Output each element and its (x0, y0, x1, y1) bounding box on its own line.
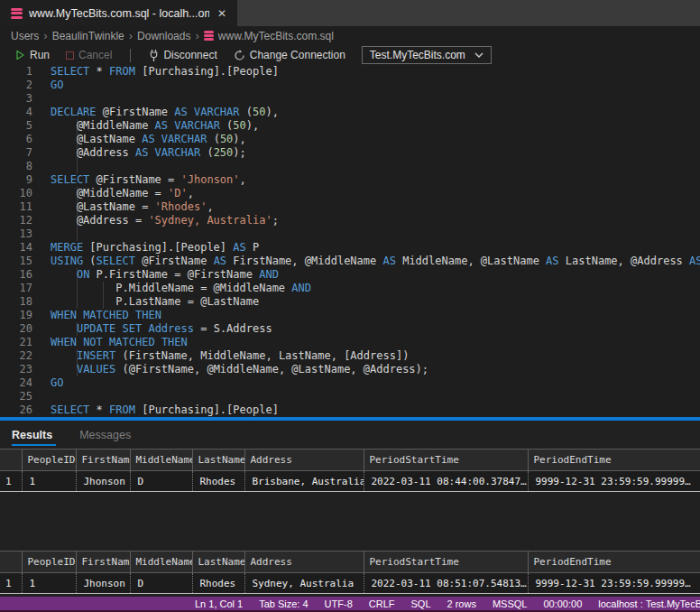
code-text: GO (51, 376, 63, 390)
result-cell[interactable]: D (130, 471, 192, 492)
code-line[interactable]: 20 UPDATE SET Address = S.Address (0, 322, 700, 336)
result-cell[interactable]: D (130, 573, 192, 594)
result-cell[interactable]: Sydney, Australia (244, 573, 364, 594)
result-cell[interactable]: 1 (22, 573, 76, 594)
results-gap (0, 492, 700, 551)
results-tab-messages[interactable]: Messages (79, 421, 131, 449)
results-tab-results[interactable]: Results (12, 421, 52, 449)
editor-tab-title: www.MyTecBits.com.sql - localh...om (sa) (29, 7, 209, 20)
code-line[interactable]: 8 (0, 160, 700, 173)
status-item[interactable]: MSSQL (484, 598, 536, 609)
code-line[interactable]: 5 @MiddleName AS VARCHAR (50), (0, 119, 700, 133)
run-icon (14, 50, 25, 60)
code-line[interactable]: 13 (0, 227, 700, 241)
code-line[interactable]: 17 P.MiddleName = @MiddleName AND (0, 282, 700, 295)
change-connection-button[interactable]: Change Connection (228, 46, 351, 64)
column-header[interactable]: PeriodStartTime (364, 552, 528, 573)
result-row[interactable]: 11JhonsonDRhodesBrisbane, Australia2022-… (0, 471, 700, 492)
code-text: DECLARE @FirstName AS VARCHAR (50), (51, 106, 279, 119)
code-line[interactable]: 26SELECT * FROM [Purchasing].[People] (0, 403, 700, 417)
status-item[interactable]: Tab Size: 4 (251, 598, 316, 609)
database-file-icon (204, 31, 214, 41)
code-line[interactable]: 21WHEN NOT MATCHED THEN (0, 336, 700, 349)
status-item[interactable]: UTF-8 (317, 598, 361, 609)
result-cell[interactable]: Rhodes (192, 573, 244, 594)
code-line[interactable]: 16 ON P.FirstName = @FirstName AND (0, 268, 700, 282)
code-line[interactable]: 3 (0, 92, 700, 106)
result-cell[interactable]: 1 (22, 471, 76, 492)
run-label: Run (30, 49, 50, 61)
column-header[interactable]: Address (244, 552, 364, 573)
code-text: VALUES (@FirstName, @MiddleName, @LastNa… (51, 363, 428, 376)
code-line[interactable]: 6 @LastName AS VARCHAR (50), (0, 133, 700, 146)
result-cell[interactable]: 9999-12-31 23:59:59.99999… (528, 573, 700, 594)
row-number-cell[interactable]: 1 (0, 573, 22, 594)
code-line[interactable]: 24GO (0, 376, 700, 390)
breadcrumb-item[interactable]: Users (11, 30, 39, 42)
editor-tab-bar: www.MyTecBits.com.sql - localh...om (sa)… (0, 0, 700, 26)
code-line[interactable]: 11 @LastName = 'Rhodes', (0, 200, 700, 214)
chevron-down-icon (474, 52, 484, 58)
line-number: 1 (0, 65, 32, 79)
change-connection-label: Change Connection (250, 49, 345, 61)
cancel-button[interactable]: Cancel (60, 46, 117, 64)
status-item[interactable]: CRLF (361, 598, 403, 609)
breadcrumb-separator: › (43, 29, 47, 42)
result-cell[interactable]: 2022-03-11 08:51:07.54813… (364, 573, 528, 594)
result-cell[interactable]: 2022-03-11 08:44:00.37847… (364, 471, 528, 492)
column-header[interactable]: PeriodEndTime (528, 450, 700, 471)
column-header[interactable] (0, 552, 22, 573)
connection-dropdown[interactable]: Test.MyTecBits.com (362, 46, 492, 64)
column-header[interactable]: PeriodEndTime (528, 552, 700, 573)
column-header[interactable]: FirstName (76, 552, 130, 573)
column-header[interactable]: FirstName (76, 450, 130, 471)
results-grid-1: PeopleIDFirstNameMiddleNameLastNameAddre… (0, 449, 700, 492)
column-header[interactable]: LastName (192, 552, 244, 573)
code-line[interactable]: 25 (0, 390, 700, 403)
code-line[interactable]: 18 P.LastName = @LastName (0, 295, 700, 309)
close-icon[interactable]: ✕ (216, 7, 228, 20)
code-line[interactable]: 10 @MiddleName = 'D', (0, 187, 700, 200)
column-header[interactable]: LastName (192, 450, 244, 471)
code-line[interactable]: 2GO (0, 79, 700, 92)
result-cell[interactable]: Jhonson (76, 573, 130, 594)
column-header[interactable] (0, 450, 22, 471)
status-connection[interactable]: localhost : Test.MyTecB (590, 598, 700, 609)
column-header[interactable]: MiddleName (130, 552, 192, 573)
breadcrumb-item[interactable]: BeaulinTwinkle (52, 30, 124, 42)
sql-editor[interactable]: 1SELECT * FROM [Purchasing].[People]2GO3… (0, 65, 700, 417)
column-header[interactable]: PeopleID (22, 450, 76, 471)
breadcrumb: Users›BeaulinTwinkle›Downloads›www.MyTec… (0, 26, 700, 45)
column-header[interactable]: Address (244, 450, 364, 471)
result-cell[interactable]: 9999-12-31 23:59:59.99999… (528, 471, 700, 492)
status-item[interactable]: SQL (403, 598, 439, 609)
run-button[interactable]: Run (9, 46, 55, 64)
result-cell[interactable]: Brisbane, Australia (244, 471, 364, 492)
code-line[interactable]: 7 @Address AS VARCHAR (250); (0, 146, 700, 160)
code-line[interactable]: 22 INSERT (FirstName, MiddleName, LastNa… (0, 349, 700, 363)
row-number-cell[interactable]: 1 (0, 471, 22, 492)
status-item[interactable]: Ln 1, Col 1 (187, 598, 251, 609)
column-header[interactable]: MiddleName (130, 450, 192, 471)
status-item[interactable]: 2 rows (439, 598, 484, 609)
column-header[interactable]: PeriodStartTime (364, 450, 528, 471)
breadcrumb-item[interactable]: Downloads (137, 30, 190, 42)
breadcrumb-file[interactable]: www.MyTecBits.com.sql (218, 30, 334, 42)
code-line[interactable]: 15USING (SELECT @FirstName AS FirstName,… (0, 255, 700, 268)
result-cell[interactable]: Rhodes (192, 471, 244, 492)
result-cell[interactable]: Jhonson (76, 471, 130, 492)
code-line[interactable]: 1SELECT * FROM [Purchasing].[People] (0, 65, 700, 79)
code-line[interactable]: 23 VALUES (@FirstName, @MiddleName, @Las… (0, 363, 700, 376)
disconnect-button[interactable]: Disconnect (143, 46, 222, 64)
result-row[interactable]: 11JhonsonDRhodesSydney, Australia2022-03… (0, 573, 700, 594)
column-header[interactable]: PeopleID (22, 552, 76, 573)
editor-tab[interactable]: www.MyTecBits.com.sql - localh...om (sa)… (0, 0, 237, 26)
code-line[interactable]: 19WHEN MATCHED THEN (0, 309, 700, 322)
code-line[interactable]: 4DECLARE @FirstName AS VARCHAR (50), (0, 106, 700, 119)
code-text: SELECT * FROM [Purchasing].[People] (51, 65, 279, 79)
status-item[interactable]: 00:00:00 (535, 598, 590, 609)
code-line[interactable]: 12 @Address = 'Sydney, Australia'; (0, 214, 700, 227)
code-line[interactable]: 14MERGE [Purchasing].[People] AS P (0, 241, 700, 255)
code-line[interactable]: 9SELECT @FirstName = 'Jhonson', (0, 173, 700, 187)
app-window: www.MyTecBits.com.sql - localh...om (sa)… (0, 0, 700, 612)
